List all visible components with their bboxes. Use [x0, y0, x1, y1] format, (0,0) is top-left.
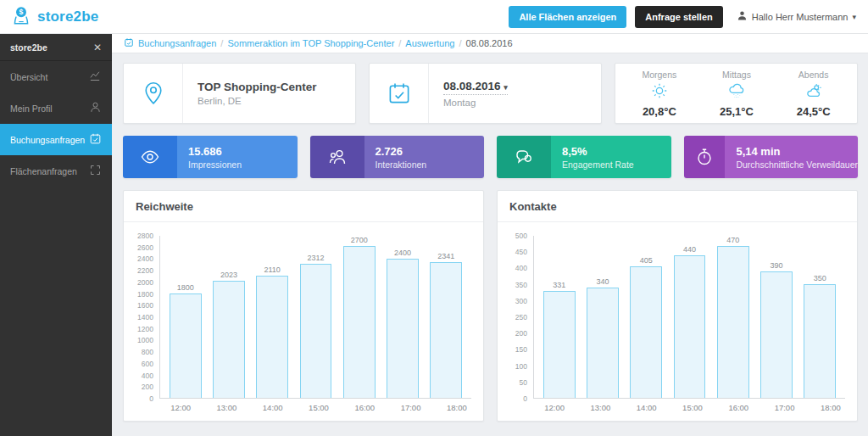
weather-evening: Abends 24,5°C — [797, 70, 831, 118]
date-dropdown[interactable]: 08.08.2016 ▾ — [443, 80, 508, 95]
chevron-down-icon: ▾ — [852, 13, 856, 21]
bar-18:00: 2341 — [425, 236, 468, 398]
bar-value-label: 2341 — [437, 252, 454, 260]
expand-icon — [89, 164, 102, 178]
show-all-spaces-button[interactable]: Alle Flächen anzeigen — [509, 6, 626, 28]
breadcrumb-link-sommeraktion[interactable]: Sommeraktion im TOP Shopping-Center — [227, 38, 394, 48]
weather-period-label: Abends — [798, 70, 829, 80]
weather-temp: 25,1°C — [720, 105, 754, 118]
bar-18:00: 350 — [798, 236, 842, 398]
location-city: Berlin, DE — [198, 96, 317, 106]
y-tick-label: 150 — [515, 345, 527, 354]
user-menu[interactable]: Hallo Herr Mustermann ▾ — [737, 10, 856, 23]
bar-value-label: 1800 — [177, 283, 194, 292]
bar-15:00: 2312 — [294, 236, 337, 398]
y-tick-label: 350 — [515, 281, 527, 289]
rain-cloud-icon — [726, 81, 747, 103]
sidebar-title: store2be — [10, 42, 47, 53]
location-name: TOP Shopping-Center — [198, 81, 317, 93]
kpi-value: 8,5% — [562, 145, 671, 158]
y-tick-label: 400 — [142, 372, 153, 380]
bar-13:00: 340 — [581, 236, 624, 398]
breadcrumb-separator: / — [220, 38, 223, 48]
bar-value-label: 2400 — [394, 249, 411, 257]
logo[interactable]: $ store2be — [10, 4, 98, 30]
sidebar-item-buchungsanfragen[interactable]: Buchungsanfragen — [0, 124, 112, 155]
topbar: $ store2be Alle Flächen anzeigen Anfrage… — [0, 0, 868, 34]
bar-value-label: 470 — [726, 236, 739, 244]
close-icon[interactable]: ✕ — [93, 42, 102, 53]
weather-morning: Morgens 20,8°C — [642, 70, 676, 118]
bar-value-label: 331 — [553, 281, 565, 289]
x-tick-label: 13:00 — [577, 399, 623, 412]
sun-icon — [649, 81, 670, 103]
bar-value-label: 340 — [596, 277, 609, 286]
location-card: TOP Shopping-Center Berlin, DE — [123, 63, 356, 124]
weather-temp: 24,5°C — [797, 105, 831, 118]
bar — [213, 281, 245, 398]
sidebar-item-uebersicht[interactable]: Übersicht — [0, 61, 112, 92]
make-request-button[interactable]: Anfrage stellen — [635, 6, 722, 28]
x-tick-label: 13:00 — [203, 399, 249, 412]
bar-16:00: 470 — [711, 236, 754, 398]
breadcrumb-link-buchungsanfragen[interactable]: Buchungsanfragen — [138, 38, 216, 48]
kpi-label: Durchschnittliche Verweildauer — [736, 159, 858, 170]
user-name: Hallo Herr Mustermann — [752, 12, 849, 22]
chevron-down-icon: ▾ — [504, 83, 508, 92]
y-tick-label: 0 — [149, 394, 153, 403]
x-tick-label: 12:00 — [531, 399, 577, 412]
bars: 1800202321102312270024002341 — [159, 236, 471, 399]
kpi-label: Impressionen — [188, 159, 298, 170]
y-tick-label: 400 — [515, 264, 527, 272]
bar-14:00: 2110 — [251, 236, 294, 398]
breadcrumb-current-date: 08.08.2016 — [466, 38, 513, 48]
date-weekday: Montag — [443, 98, 508, 108]
sidebar-item-mein-profil[interactable]: Mein Profil — [0, 92, 112, 124]
bar-17:00: 390 — [754, 236, 798, 398]
chart-reichweite: Reichweite 02004006008001000120014001600… — [123, 190, 484, 422]
breadcrumb: Buchungsanfragen / Sommeraktion im TOP S… — [112, 34, 868, 53]
sidebar-item-label: Mein Profil — [10, 103, 53, 114]
x-tick-label: 14:00 — [624, 399, 670, 412]
y-axis: 050100150200250300350400450500 — [503, 236, 533, 399]
x-tick-label: 18:00 — [434, 399, 480, 412]
y-tick-label: 2400 — [137, 254, 153, 263]
bar — [587, 288, 619, 398]
bar-value-label: 350 — [814, 274, 826, 282]
sidebar-item-label: Buchungsanfragen — [10, 135, 85, 145]
user-icon — [89, 101, 102, 115]
weather-card: Morgens 20,8°C Mittags 25,1°C Abends — [615, 63, 858, 124]
bar — [630, 266, 662, 398]
y-tick-label: 250 — [515, 313, 527, 321]
bar — [387, 259, 419, 398]
chart-title: Kontakte — [498, 191, 857, 222]
y-tick-label: 2600 — [137, 243, 153, 252]
calendar-icon — [124, 37, 134, 49]
y-axis: 0200400600800100012001400160018002000220… — [129, 236, 159, 399]
bar — [300, 264, 332, 398]
bar-value-label: 2023 — [220, 271, 237, 279]
kpi-value: 15.686 — [188, 145, 298, 158]
sidebar-item-flaechenanfragen[interactable]: Flächenanfragen — [0, 155, 112, 187]
x-tick-label: 16:00 — [715, 399, 761, 412]
calendar-icon — [370, 64, 429, 123]
line-chart-icon — [89, 70, 102, 84]
user-icon — [737, 10, 748, 23]
y-tick-label: 0 — [523, 394, 527, 403]
bar — [430, 262, 462, 398]
weather-temp: 20,8°C — [643, 105, 676, 118]
x-tick-label: 12:00 — [158, 399, 203, 412]
y-tick-label: 300 — [515, 297, 527, 305]
x-tick-label: 15:00 — [296, 399, 342, 412]
sidebar-item-label: Flächenanfragen — [10, 166, 77, 176]
y-tick-label: 800 — [142, 348, 153, 356]
location-pin-icon — [124, 64, 183, 123]
chat-bubbles-icon — [497, 136, 551, 178]
x-tick-label: 14:00 — [250, 399, 296, 412]
bar-value-label: 2110 — [264, 266, 281, 274]
y-tick-label: 1800 — [137, 290, 153, 299]
breadcrumb-link-auswertung[interactable]: Auswertung — [405, 38, 454, 48]
y-tick-label: 500 — [515, 232, 527, 240]
y-tick-label: 1600 — [137, 301, 153, 310]
breadcrumb-separator: / — [459, 38, 461, 48]
